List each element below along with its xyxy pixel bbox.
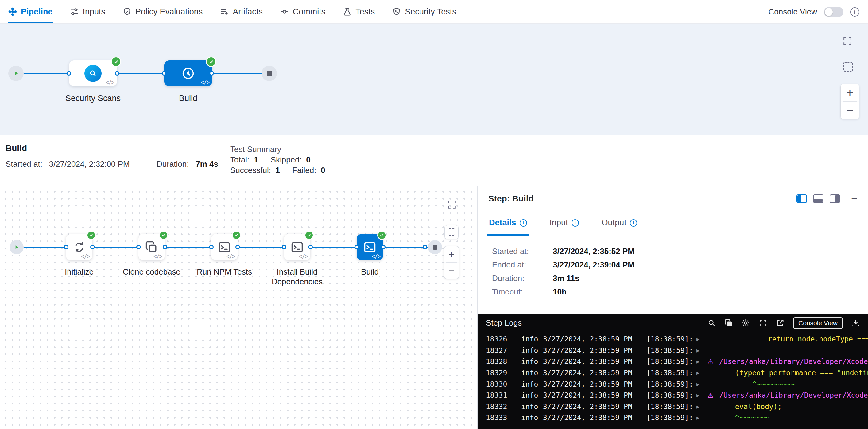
log-line-number: 18330 bbox=[486, 380, 507, 388]
tab-artifacts[interactable]: Artifacts bbox=[220, 0, 263, 23]
successful-value: 1 bbox=[275, 165, 280, 175]
detail-row: Started at: 3/27/2024, 2:35:52 PM bbox=[492, 247, 634, 260]
search-icon[interactable] bbox=[708, 319, 716, 327]
selection-tool-button[interactable] bbox=[444, 225, 459, 239]
log-line[interactable]: 18329 info 3/27/2024, 2:38:59 PM [18:38:… bbox=[478, 367, 868, 379]
steps-start-node[interactable] bbox=[9, 240, 24, 254]
stop-icon bbox=[267, 71, 272, 76]
tab-label: Commits bbox=[293, 7, 326, 17]
log-level: info bbox=[521, 358, 538, 365]
stage-pipeline-canvas[interactable]: </> </> Security Scans Build + − bbox=[0, 24, 868, 134]
selection-tool-icon[interactable] bbox=[843, 62, 853, 71]
detail-row: Duration: 3m 11s bbox=[492, 274, 634, 287]
step-node-build[interactable]: </> bbox=[356, 234, 383, 261]
warning-icon: ⚠ bbox=[708, 392, 714, 399]
layout-left-panel-icon[interactable] bbox=[797, 194, 807, 203]
step-node-clone-codebase[interactable]: </> bbox=[138, 234, 165, 261]
successful-label: Successful: bbox=[230, 165, 271, 175]
zoom-out-button[interactable]: − bbox=[841, 102, 859, 119]
log-message: return node.nodeType === bbox=[768, 335, 868, 343]
expand-arrow-icon[interactable]: ▸ bbox=[696, 392, 700, 399]
info-glyph: i bbox=[854, 9, 856, 16]
step-logs-panel: Step Logs bbox=[478, 314, 868, 429]
steps-end-node[interactable] bbox=[428, 240, 442, 254]
fullscreen-icon[interactable] bbox=[842, 36, 852, 48]
log-line[interactable]: 18333 info 3/27/2024, 2:38:59 PM [18:38:… bbox=[478, 412, 868, 424]
zoom-in-button[interactable]: + bbox=[444, 246, 459, 262]
info-glyph: i bbox=[575, 220, 576, 225]
step-node-run-npm-tests[interactable]: </> bbox=[211, 234, 238, 261]
detail-label: Started at: bbox=[492, 247, 553, 256]
step-label: Build bbox=[338, 267, 402, 277]
pipeline-start-node[interactable] bbox=[8, 66, 24, 81]
gear-icon[interactable] bbox=[741, 318, 750, 327]
log-timestamp: 3/27/2024, 2:38:59 PM bbox=[543, 369, 632, 377]
log-clock: [18:38:59]: bbox=[646, 358, 693, 365]
fullscreen-icon[interactable] bbox=[446, 199, 457, 211]
step-node-install-build-dependencies[interactable]: </> bbox=[284, 234, 310, 261]
minimize-panel-button[interactable]: − bbox=[851, 194, 858, 203]
warning-icon: ⚠ bbox=[708, 358, 714, 365]
expand-arrow-icon[interactable]: ▸ bbox=[696, 358, 700, 365]
info-icon[interactable]: i bbox=[571, 219, 579, 226]
fullscreen-icon[interactable] bbox=[759, 319, 767, 327]
duration-label: Duration: bbox=[157, 159, 189, 168]
log-line[interactable]: 18326 info 3/27/2024, 2:38:59 PM [18:38:… bbox=[478, 334, 868, 345]
step-node-initialize[interactable]: </> bbox=[66, 234, 92, 261]
log-line[interactable]: 18328 info 3/27/2024, 2:38:59 PM [18:38:… bbox=[478, 356, 868, 367]
code-icon: </> bbox=[299, 253, 308, 259]
flask-icon bbox=[343, 7, 352, 16]
info-icon[interactable]: i bbox=[630, 219, 637, 226]
connector-junction bbox=[354, 245, 359, 249]
layout-bottom-panel-icon[interactable] bbox=[813, 194, 824, 203]
tab-label: Pipeline bbox=[21, 7, 53, 17]
log-line-number: 18329 bbox=[486, 369, 507, 377]
success-badge bbox=[232, 231, 241, 240]
external-link-icon[interactable] bbox=[776, 319, 784, 327]
step-panel-title: Step: Build bbox=[488, 194, 534, 204]
commit-icon bbox=[280, 7, 289, 16]
pipeline-end-node[interactable] bbox=[261, 66, 277, 81]
log-line[interactable]: 18332 info 3/27/2024, 2:38:59 PM [18:38:… bbox=[478, 401, 868, 412]
log-line[interactable]: 18330 info 3/27/2024, 2:38:59 PM [18:38:… bbox=[478, 378, 868, 390]
tab-output[interactable]: Output i bbox=[600, 211, 639, 236]
zoom-in-button[interactable]: + bbox=[841, 84, 859, 101]
connector-junction bbox=[163, 245, 167, 249]
expand-arrow-icon[interactable]: ▸ bbox=[696, 414, 700, 421]
tab-details[interactable]: Details i bbox=[487, 211, 529, 236]
expand-arrow-icon[interactable]: ▸ bbox=[696, 380, 700, 388]
layout-right-panel-icon[interactable] bbox=[830, 194, 840, 203]
zoom-out-button[interactable]: − bbox=[444, 263, 459, 278]
stage-node-security-scans[interactable]: </> bbox=[69, 61, 117, 86]
tab-input[interactable]: Input i bbox=[548, 211, 581, 236]
expand-arrow-icon[interactable]: ▸ bbox=[696, 369, 700, 376]
tab-pipeline[interactable]: Pipeline bbox=[8, 0, 53, 23]
expand-arrow-icon[interactable]: ▸ bbox=[696, 403, 700, 410]
stage-label: Build bbox=[151, 94, 225, 103]
tab-commits[interactable]: Commits bbox=[280, 0, 326, 23]
info-icon[interactable]: i bbox=[520, 219, 527, 226]
log-message: /Users/anka/Library/Developer/Xcode/De bbox=[719, 391, 868, 399]
expand-arrow-icon[interactable]: ▸ bbox=[696, 335, 700, 343]
console-view-button[interactable]: Console View bbox=[793, 317, 843, 329]
connector-junction bbox=[209, 245, 214, 249]
copy-icon[interactable] bbox=[724, 319, 733, 327]
log-line-number: 18327 bbox=[486, 346, 507, 355]
connector-junction bbox=[136, 245, 141, 249]
info-icon[interactable]: i bbox=[850, 7, 859, 17]
stage-node-build[interactable]: </> bbox=[164, 61, 212, 86]
step-label: Install Build Dependencies bbox=[267, 267, 328, 286]
log-line[interactable]: 18331 info 3/27/2024, 2:38:59 PM [18:38:… bbox=[478, 390, 868, 401]
console-view-toggle[interactable] bbox=[824, 7, 843, 17]
log-level: info bbox=[521, 380, 538, 388]
tab-inputs[interactable]: Inputs bbox=[70, 0, 105, 23]
tab-policy-evaluations[interactable]: Policy Evaluations bbox=[122, 0, 203, 23]
expand-arrow-icon[interactable]: ▸ bbox=[696, 347, 700, 354]
skipped-label: Skipped: bbox=[271, 155, 302, 164]
download-icon[interactable] bbox=[851, 319, 860, 327]
tab-security-tests[interactable]: Security Tests bbox=[392, 0, 456, 23]
log-line[interactable]: 18327 info 3/27/2024, 2:38:59 PM [18:38:… bbox=[478, 345, 868, 356]
step-pipeline-canvas[interactable]: </> </> </> bbox=[0, 186, 477, 429]
tab-tests[interactable]: Tests bbox=[343, 0, 375, 23]
tab-label: Artifacts bbox=[232, 7, 263, 17]
